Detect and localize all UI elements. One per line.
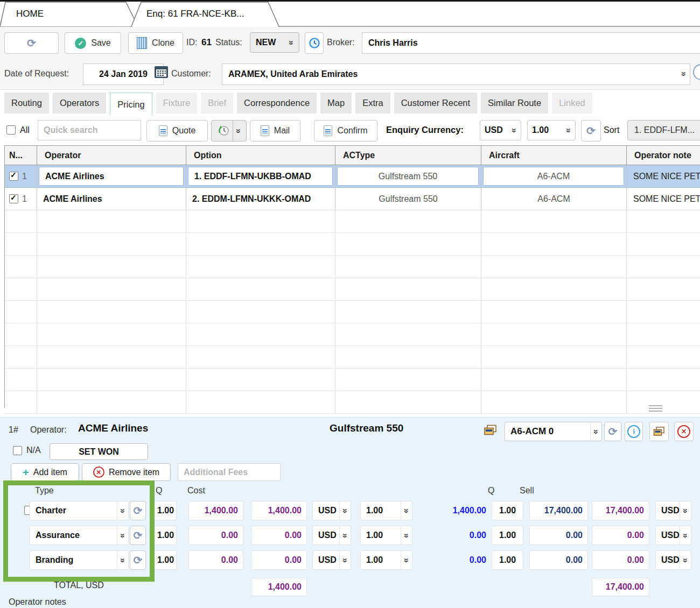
fee-cost-input[interactable]: 0.00 [188, 526, 243, 545]
col-header-option[interactable]: Option [186, 146, 335, 165]
select-all-checkbox[interactable] [6, 125, 16, 135]
fee-sell-currency-select[interactable]: USD» [655, 550, 691, 570]
tab-routing[interactable]: Routing [4, 93, 49, 114]
fee-type-select[interactable]: Branding» [30, 550, 129, 570]
confirm-button[interactable]: Confirm [314, 120, 377, 142]
fee-cost-currency-select[interactable]: USD» [312, 526, 351, 545]
tab-brief: Brief [201, 93, 233, 114]
aircraft-refresh-button[interactable]: ⟳ [604, 422, 621, 441]
fee-sell-input[interactable]: 17,400.00 [529, 501, 588, 520]
tab-similar-route[interactable]: Similar Route [481, 93, 548, 114]
tab-home[interactable]: HOME [16, 9, 44, 19]
set-won-button[interactable]: SET WON [50, 443, 148, 460]
quote-button[interactable]: Quote [146, 120, 208, 142]
col-header-operator-note[interactable]: Operator note [627, 146, 700, 165]
refresh-icon: ⟳ [586, 125, 596, 136]
schedule-split-button[interactable]: » [211, 120, 247, 142]
aircraft-photos-icon[interactable] [484, 425, 497, 436]
fee-cost-currency-select[interactable]: USD» [312, 550, 351, 570]
tab-map[interactable]: Map [320, 93, 352, 114]
customer-chevron-icon[interactable]: » [680, 72, 688, 76]
fee-sell-currency-select[interactable]: USD» [655, 501, 691, 520]
tab-operators[interactable]: Operators [53, 93, 106, 114]
date-of-request-field[interactable]: 24 Jan 2019 [83, 63, 164, 85]
aircraft-info-button[interactable]: i [625, 422, 643, 441]
currency-select[interactable]: USD » [480, 120, 521, 140]
total-cost-value: 1,400.00 [251, 578, 307, 596]
options-table-header: N... Operator Option ACType Aircraft Ope… [5, 146, 700, 165]
tab-extra[interactable]: Extra [355, 93, 390, 114]
status-value: NEW [256, 38, 276, 47]
fee-type-refresh-button[interactable]: ⟳ [130, 550, 146, 570]
fee-type-refresh-button[interactable]: ⟳ [130, 526, 146, 545]
fee-q-input[interactable]: 1.00 [150, 501, 177, 520]
fee-sell-q-input[interactable]: 1.00 [492, 550, 523, 570]
fee-rate-select[interactable]: 1.00» [360, 526, 412, 545]
fee-rate-select[interactable]: 1.00» [360, 501, 412, 520]
col-header-actype[interactable]: ACType [335, 146, 481, 165]
clone-button[interactable]: Clone [128, 32, 183, 54]
quick-search-input[interactable] [38, 120, 141, 140]
tab-correspondence[interactable]: Correspondence [237, 93, 317, 114]
save-button[interactable]: ✓ Save [65, 32, 121, 54]
fee-cost-currency-select[interactable]: USD» [312, 501, 351, 520]
cell-operator: ACME Airlines [39, 172, 104, 181]
fee-cost-converted-input[interactable]: 0.00 [251, 550, 307, 570]
mail-button[interactable]: Mail [250, 120, 300, 142]
table-empty-row [5, 369, 700, 391]
chevron-down-icon: » [287, 40, 296, 45]
tab-customer-recent[interactable]: Customer Recent [394, 93, 477, 114]
broker-field[interactable]: Chris Harris [362, 32, 700, 54]
fee-sell-converted-input[interactable]: 0.00 [592, 550, 649, 570]
aircraft-select[interactable]: A6-ACM 0 » [505, 422, 602, 441]
table-row[interactable]: 1 ACME Airlines 1. EDDF-LFMN-UKBB-OMAD G… [5, 165, 700, 188]
fee-type-select[interactable]: Assurance» [30, 526, 129, 545]
cell-option: 2. EDDM-LFMN-UKKK-OMAD [186, 194, 311, 204]
customer-field[interactable]: ARAMEX, United Arab Emirates [222, 63, 690, 85]
col-header-operator[interactable]: Operator [37, 146, 186, 165]
table-empty-row [5, 346, 700, 369]
chevron-down-icon: » [341, 558, 349, 562]
tab-enquiry[interactable]: Enq: 61 FRA-NCE-KB... [146, 9, 244, 19]
fee-sell-input[interactable]: 0.00 [529, 550, 588, 570]
aircraft-gallery-button[interactable] [649, 422, 669, 441]
fee-rate-select[interactable]: 1.00» [360, 550, 412, 570]
fee-sell-q-input[interactable]: 1.00 [492, 501, 523, 520]
currency-rate-select[interactable]: 1.00 » [527, 120, 576, 140]
calendar-icon[interactable] [154, 65, 169, 79]
history-clock-button[interactable] [305, 32, 324, 54]
add-item-button[interactable]: + Add item [11, 463, 79, 481]
fee-cost-converted-input[interactable]: 1,400.00 [251, 501, 307, 520]
tab-pricing[interactable]: Pricing [110, 93, 152, 116]
row-checkbox[interactable] [9, 172, 18, 181]
fee-sell-input[interactable]: 0.00 [529, 526, 588, 545]
fee-type-select[interactable]: Charter» [30, 501, 129, 520]
fee-sell-currency-select[interactable]: USD» [655, 526, 691, 545]
na-checkbox[interactable] [13, 446, 22, 455]
sort-select[interactable]: 1. EDDF-LFM... [627, 120, 700, 140]
currency-refresh-button[interactable]: ⟳ [581, 120, 601, 142]
additional-fees-input[interactable] [178, 463, 281, 481]
customer-search-icon[interactable] [693, 64, 700, 80]
fee-type-refresh-button[interactable]: ⟳ [130, 501, 146, 520]
row-checkbox[interactable] [9, 194, 18, 203]
refresh-button[interactable]: ⟳ [4, 32, 59, 54]
splitter-drag-handle[interactable] [649, 405, 662, 412]
tab-shapes [0, 2, 700, 27]
fee-cost-input[interactable]: 0.00 [188, 550, 243, 570]
status-select[interactable]: NEW » [250, 32, 299, 53]
fee-cost-converted-input[interactable]: 0.00 [251, 526, 307, 545]
fee-q-input[interactable]: 1.00 [150, 550, 177, 570]
fee-sell-converted-input[interactable]: 17,400.00 [592, 501, 649, 520]
fee-cost-input[interactable]: 1,400.00 [188, 501, 243, 520]
fee-q-input[interactable]: 1.00 [150, 526, 177, 545]
refresh-icon: ⟳ [134, 555, 143, 565]
remove-item-button[interactable]: ✕ Remove item [82, 463, 171, 481]
table-row[interactable]: 1 ACME Airlines 2. EDDM-LFMN-UKKK-OMAD G… [5, 188, 700, 210]
col-header-n[interactable]: N... [5, 146, 37, 165]
fee-sell-converted-input[interactable]: 0.00 [592, 526, 649, 545]
col-header-aircraft[interactable]: Aircraft [481, 146, 627, 165]
chevron-down-icon: » [681, 508, 690, 513]
remove-option-button[interactable]: ✕ [674, 422, 694, 441]
fee-sell-q-input[interactable]: 1.00 [492, 526, 523, 545]
